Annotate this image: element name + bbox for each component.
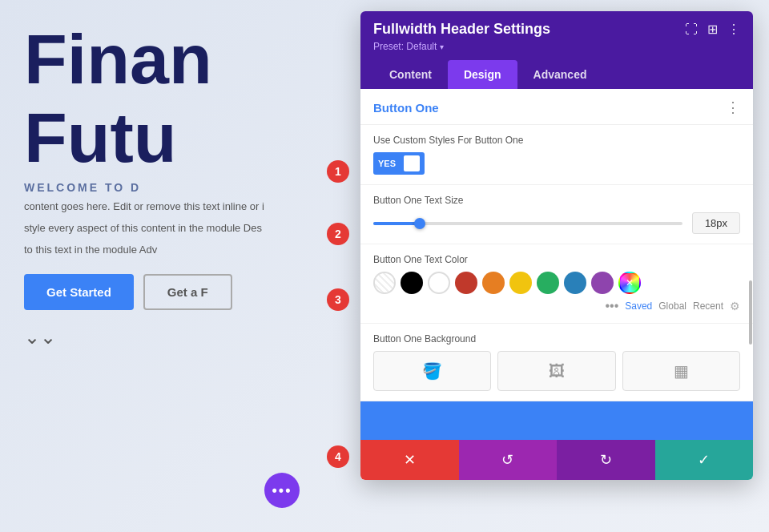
- background-label: Button One Background: [373, 333, 740, 345]
- action-bar: ✕ ↺ ↻ ✓: [360, 440, 753, 480]
- swatch-yellow[interactable]: [509, 272, 532, 294]
- bg-body-1: content goes here. Edit or remove this t…: [24, 199, 264, 216]
- bg-buttons: Get Started Get a F: [24, 274, 232, 310]
- text-color-label: Button One Text Color: [373, 254, 740, 265]
- bg-headline-1: Finan: [24, 24, 212, 95]
- save-button[interactable]: ✓: [655, 440, 754, 480]
- color-gear-icon[interactable]: ⚙: [730, 300, 740, 312]
- slider-track[interactable]: [373, 222, 682, 225]
- text-size-label: Button One Text Size: [373, 195, 740, 206]
- custom-styles-toggle[interactable]: YES: [373, 152, 425, 175]
- slider-value[interactable]: 18px: [692, 212, 740, 234]
- swatch-black[interactable]: [401, 272, 423, 294]
- panel-preset[interactable]: Preset: Default ▾: [373, 41, 740, 52]
- preset-label: Preset: Default: [373, 41, 437, 52]
- tab-content[interactable]: Content: [373, 60, 448, 89]
- color-tab-recent[interactable]: Recent: [693, 300, 723, 312]
- bg-body-2: style every aspect of this content in th…: [24, 220, 262, 237]
- color-tab-global[interactable]: Global: [658, 300, 686, 312]
- bg-headline-2: Futu: [24, 103, 177, 173]
- custom-styles-field: Use Custom Styles For Button One YES: [360, 125, 753, 185]
- background-field: Button One Background 🪣 🖼 ▦: [360, 324, 753, 401]
- section-more-icon[interactable]: ⋮: [726, 99, 740, 116]
- bg-option-gradient[interactable]: ▦: [622, 351, 740, 391]
- custom-styles-label: Use Custom Styles For Button One: [373, 135, 740, 146]
- swatch-rainbow[interactable]: [618, 272, 641, 294]
- tab-advanced[interactable]: Advanced: [517, 60, 603, 89]
- slider-row: 18px: [373, 212, 740, 234]
- toggle-container: YES: [373, 152, 740, 175]
- tab-design[interactable]: Design: [448, 60, 517, 89]
- color-swatches: [373, 272, 740, 294]
- text-size-field: Button One Text Size 18px: [360, 185, 753, 244]
- panel-title: Fullwidth Header Settings: [373, 21, 550, 38]
- bg-selector: 🪣 🖼 ▦: [373, 351, 740, 391]
- text-color-field: Button One Text Color ••• Saved Global R…: [360, 244, 753, 324]
- step-badge-1: 1: [327, 160, 349, 183]
- swatch-red[interactable]: [455, 272, 477, 294]
- swatch-orange[interactable]: [482, 272, 505, 294]
- toggle-knob: [404, 155, 420, 171]
- panel-body: Button One ⋮ Use Custom Styles For Butto…: [360, 89, 753, 480]
- slider-thumb[interactable]: [414, 218, 425, 229]
- section-header: Button One ⋮: [360, 89, 753, 125]
- bg-body-3: to this text in the module Adv: [24, 242, 157, 259]
- color-more-icon[interactable]: •••: [605, 299, 618, 313]
- preview-bar: [360, 401, 753, 440]
- swatch-blue[interactable]: [564, 272, 586, 294]
- get-started-button[interactable]: Get Started: [24, 274, 134, 310]
- scroll-down-icon: ⌄⌄: [24, 326, 56, 349]
- settings-panel: Fullwidth Header Settings ⛶ ⊞ ⋮ Preset: …: [360, 11, 753, 480]
- split-icon[interactable]: ⊞: [707, 22, 718, 37]
- bg-option-color[interactable]: 🪣: [373, 351, 491, 391]
- redo-button[interactable]: ↻: [557, 440, 655, 480]
- bg-subheadline: Welcome to D: [24, 181, 141, 194]
- purple-options-dot[interactable]: •••: [264, 473, 300, 508]
- swatch-purple[interactable]: [591, 272, 614, 294]
- fullscreen-icon[interactable]: ⛶: [685, 22, 698, 37]
- color-tab-saved[interactable]: Saved: [625, 300, 652, 312]
- more-options-icon[interactable]: ⋮: [727, 22, 740, 37]
- preset-arrow-icon: ▾: [440, 42, 444, 51]
- bg-option-image[interactable]: 🖼: [497, 351, 615, 391]
- step-badge-4: 4: [327, 445, 349, 468]
- slider-fill: [373, 222, 420, 225]
- section-title: Button One: [373, 101, 439, 115]
- color-tabs: ••• Saved Global Recent ⚙: [373, 299, 740, 313]
- step-badge-2: 2: [327, 223, 349, 245]
- cancel-button[interactable]: ✕: [360, 440, 459, 480]
- toggle-yes-label: YES: [378, 159, 396, 168]
- panel-title-icons: ⛶ ⊞ ⋮: [685, 22, 740, 37]
- panel-title-row: Fullwidth Header Settings ⛶ ⊞ ⋮: [373, 21, 740, 38]
- undo-button[interactable]: ↺: [459, 440, 558, 480]
- scrollbar[interactable]: [749, 280, 752, 345]
- step-badge-3: 3: [327, 288, 349, 311]
- get-free-button[interactable]: Get a F: [143, 274, 232, 310]
- swatch-white[interactable]: [428, 272, 450, 294]
- swatch-transparent[interactable]: [373, 272, 396, 294]
- panel-tabs: Content Design Advanced: [373, 60, 740, 89]
- swatch-green[interactable]: [537, 272, 559, 294]
- panel-header: Fullwidth Header Settings ⛶ ⊞ ⋮ Preset: …: [360, 11, 753, 89]
